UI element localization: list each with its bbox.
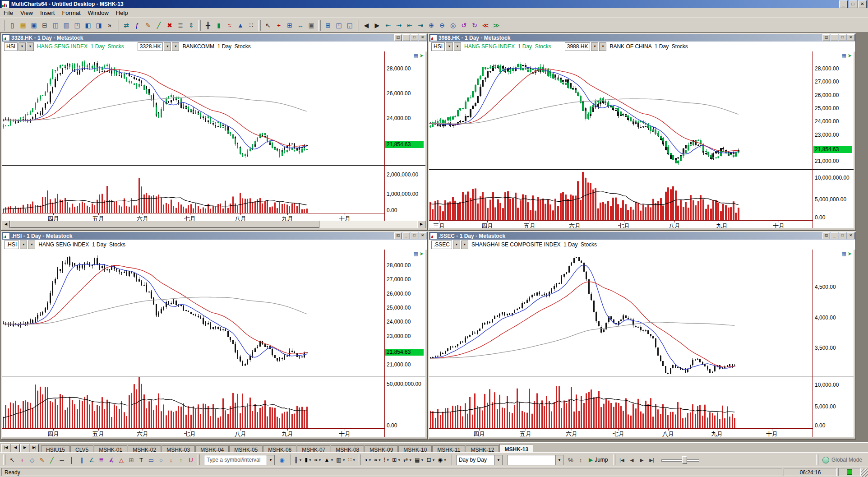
toolbar-grip[interactable] [613,454,615,465]
bar-type-candlestick[interactable]: ▮▼ [303,455,313,465]
snapshot-button[interactable]: ⊟▼ [425,455,437,465]
slider-thumb[interactable] [682,456,687,464]
symbol-interval-combo[interactable]: Type a symbol/interval▼ [204,455,275,465]
new-window-icon[interactable]: ▯ [7,20,18,31]
symbol-dropdown-icon[interactable]: ▼ [453,241,460,249]
scale-icon[interactable]: ↕ [576,455,586,465]
zoom-out-icon[interactable]: ⊖ [437,20,448,31]
alert-button[interactable]: !▼ [383,455,391,465]
close-button[interactable]: ✕ [847,34,854,41]
expand-bars-icon[interactable]: ≫ [491,20,502,31]
menu-help[interactable]: Help [112,9,132,17]
maximize-button[interactable]: □ [411,232,418,239]
price-pane-canvas[interactable] [2,51,384,165]
chart-plot-area[interactable]: 28,000.0027,000.0026,000.0025,000.0024,0… [2,250,425,437]
series-arrow-icon[interactable]: ➤ [848,251,852,257]
insert-symbol-icon[interactable]: ⇄ [121,20,132,31]
trendline-tool-icon[interactable]: ╱ [47,455,57,465]
delete-study-icon[interactable]: ✖ [164,20,175,31]
combo-dropdown-icon[interactable]: ▼ [494,455,502,465]
underline-tool-icon[interactable]: U [186,455,196,465]
minimize-button[interactable]: _ [839,0,848,8]
tab-mshk-13[interactable]: MSHK-13 [499,444,533,453]
symbol-dropdown-icon[interactable]: ▼ [20,241,27,249]
vertical-line-tool-icon[interactable]: │ [67,455,77,465]
angle-tool-icon[interactable]: ∠ [87,455,97,465]
chart-window-titlebar[interactable]: .SSEC - 1 Day - Metastock◱_□✕ [429,232,855,240]
chart-window-br[interactable]: .SSEC - 1 Day - Metastock◱_□✕.SSEC▼▼SHAN… [428,231,856,440]
object-list-icon[interactable]: ▣ [306,20,317,31]
save-desktop-icon[interactable]: ▣ [28,20,39,31]
symbol-options-icon[interactable]: ▼ [28,241,35,249]
prev-tab-button[interactable]: ◀ [11,444,20,452]
compress-bars-icon[interactable]: ≪ [480,20,491,31]
playback-play-button[interactable]: ▶ [637,455,647,465]
chart-back-icon[interactable]: ◀ [361,20,372,31]
apply-symbol-icon[interactable]: ◉ [277,455,287,465]
toolbar-grip[interactable] [450,454,452,465]
toolbar-grip[interactable] [198,454,200,465]
line-style-icon[interactable]: ≈ [224,20,235,31]
next-tab-button[interactable]: ▶ [20,444,29,452]
bar-style-icon[interactable]: ╫ [203,20,213,31]
toolbar-grip[interactable] [3,454,5,465]
data-window-icon[interactable]: ▦ [413,251,418,257]
gann-fan-tool-icon[interactable]: △ [116,455,126,465]
resize-grip-icon[interactable] [861,468,868,477]
tile-windows-icon[interactable]: ⊞ [323,20,333,31]
close-button[interactable]: ✕ [847,232,854,239]
combo-dropdown-icon[interactable]: ▼ [267,455,274,465]
symbol-combo[interactable]: HSI [431,42,445,51]
tile-horizontal-icon[interactable]: ◧ [83,20,93,31]
toolbar-grip[interactable] [289,454,291,465]
price-axis[interactable]: 28,000.0026,000.0024,000.002,000,000.001… [385,51,425,221]
horizontal-line-tool-icon[interactable]: ─ [57,455,67,465]
playback-first-button[interactable]: |◀ [617,455,627,465]
price-pane-canvas[interactable] [429,51,813,169]
playback-back-button[interactable]: ◀ [627,455,637,465]
grid-tool-icon[interactable]: ⊞ [126,455,136,465]
symbol-interval-input[interactable]: Type a symbol/interval [204,457,267,463]
menu-view[interactable]: View [17,9,37,17]
bar-type-line[interactable]: ≈▼ [313,455,323,465]
restore-button[interactable]: ◱ [394,34,402,41]
chart-plot-area[interactable]: 4,500.004,000.003,500.0010,000.005,000.0… [429,250,854,437]
rectangle-tool-icon[interactable]: ▭ [146,455,156,465]
chart-plot-area[interactable]: 28,000.0026,000.0024,000.002,000,000.001… [2,51,425,228]
fib-retracement-tool-icon[interactable]: ≣ [97,455,106,465]
bar-type-bars[interactable]: ╫▼ [293,455,303,465]
interval-combo[interactable]: Day by Day▼ [456,455,503,465]
grid-button[interactable]: ⊞▼ [391,455,402,465]
paste-window-icon[interactable]: ▥ [61,20,72,31]
arrow-up-tool-icon[interactable]: ↑ [176,455,186,465]
scroll-right-icon[interactable]: ▶ [417,221,425,228]
toolbar-grip[interactable] [117,20,119,31]
bar-type-column[interactable]: ▥▼ [335,455,346,465]
format-scaling-icon[interactable]: ⇕ [186,20,197,31]
close-button[interactable]: ✕ [419,232,426,239]
symbol-combo[interactable]: HSI [4,42,18,51]
scrollbar-track[interactable] [10,221,417,228]
playback-speed-slider[interactable] [661,455,699,464]
symbol-options-icon[interactable]: ▼ [599,42,606,51]
minimize-button[interactable]: _ [402,34,410,41]
restore-button[interactable]: ◱ [394,232,402,239]
volume-pane-canvas[interactable] [2,166,384,213]
study-combo[interactable]: ▼ [507,455,563,465]
global-mode-button[interactable]: Global Mode [810,454,867,465]
arrow-down-tool-icon[interactable]: ↓ [166,455,176,465]
zoom-in-icon[interactable]: ⊕ [426,20,437,31]
toolbar-grip[interactable] [3,20,5,31]
toolbar-grip[interactable] [357,20,359,31]
menu-file[interactable]: File [0,9,17,17]
chart-window-tr[interactable]: 3988.HK - 1 Day - Metastock◱_□✕HSI▼▼HANG… [428,33,856,231]
percent-icon[interactable]: % [566,455,576,465]
symbol-combo[interactable]: 3328.HK [138,42,163,51]
scroll-left-icon[interactable]: ⇠ [383,20,393,31]
toolbar-more-icon[interactable]: » [104,20,115,31]
symbol-options-icon[interactable]: ▼ [172,42,179,51]
insert-study-icon[interactable]: ƒ [132,20,143,31]
chart-window-titlebar[interactable]: .HSI - 1 Day - Metastock◱_□✕ [2,232,427,240]
zoom-area-icon[interactable]: ◎ [448,20,458,31]
undo-zoom-icon[interactable]: ↺ [458,20,469,31]
